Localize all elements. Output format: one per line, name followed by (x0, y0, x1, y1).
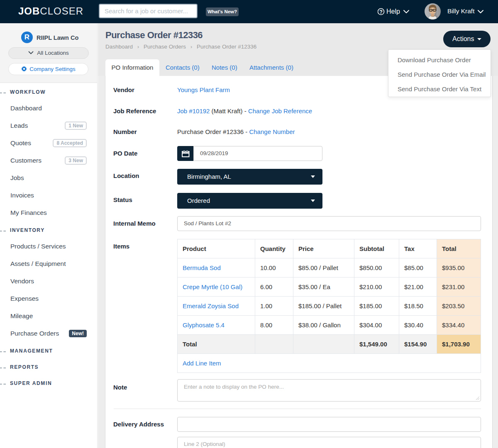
svg-text:?: ? (379, 9, 383, 15)
svg-text:Help: Help (386, 8, 400, 15)
